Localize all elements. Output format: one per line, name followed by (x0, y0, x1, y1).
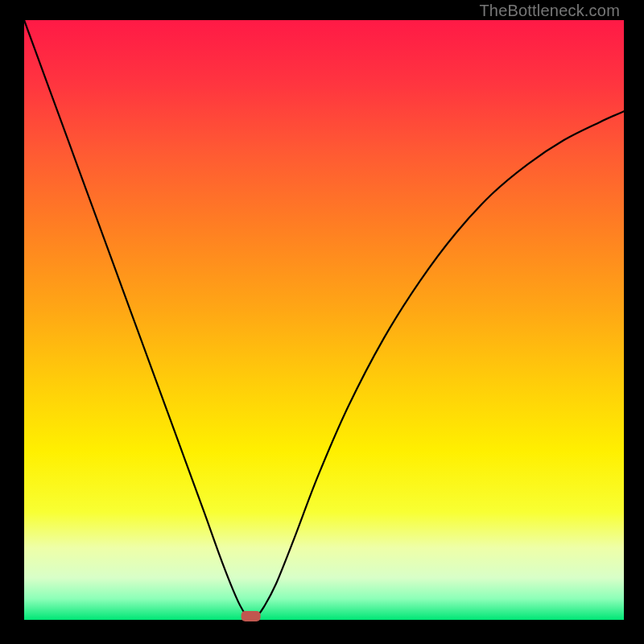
chart-container: TheBottleneck.com (0, 0, 644, 644)
bottleneck-chart (0, 0, 644, 644)
plot-area (24, 20, 624, 620)
watermark-label: TheBottleneck.com (479, 2, 620, 20)
minimum-marker (242, 611, 261, 621)
